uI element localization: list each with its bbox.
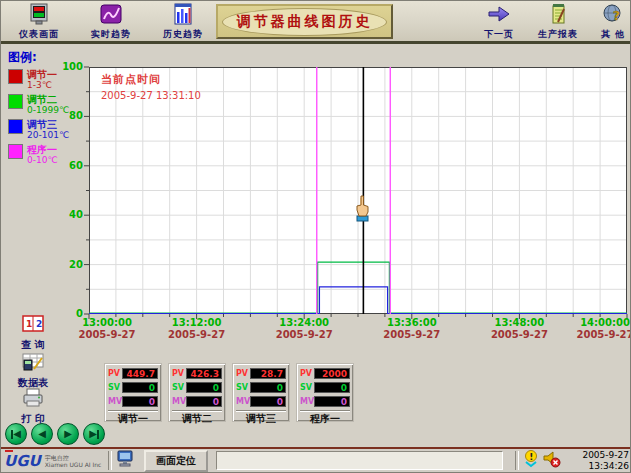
tool-query[interactable]: 12 查 询 (7, 315, 59, 352)
status-time: 13:34:26 (565, 461, 629, 472)
svg-text:1: 1 (26, 319, 32, 329)
computer-icon (116, 450, 136, 472)
panel-program-1: PV2000 SV0 MV0 程序一 (296, 363, 354, 422)
panel-title: 程序一 (300, 410, 350, 425)
pv-label: PV (300, 369, 314, 378)
mv-value: 0 (250, 396, 286, 407)
toolbar-item-next-page[interactable]: 下一页 (469, 3, 529, 41)
query-icon: 12 (22, 318, 44, 337)
pv-label: PV (108, 369, 122, 378)
panel-title: 调节二 (172, 410, 222, 425)
printer-icon (21, 392, 45, 411)
x-axis-time-label: 14:00:00 (569, 317, 631, 328)
legend-swatch (8, 144, 23, 159)
screen-locate-button[interactable]: 画面定位 (144, 450, 208, 472)
sv-value: 0 (250, 382, 286, 393)
x-axis-date-label: 2005-9-27 (483, 329, 555, 340)
sv-label: SV (172, 383, 186, 392)
svg-text:?: ? (613, 9, 620, 23)
x-axis-date-label: 2005-9-27 (376, 329, 448, 340)
hmi-window: 仪表画面 实时趋势 历史趋势 流程图 调节器曲线图历史 (0, 0, 631, 473)
x-axis-date-label: 2005-9-27 (71, 329, 143, 340)
legend-range: 1-3℃ (27, 80, 52, 90)
page-title-plaque: 调节器曲线图历史 (216, 4, 393, 39)
svg-text:!: ! (529, 451, 533, 461)
page-title-oval: 调节器曲线图历史 (222, 8, 387, 36)
report-notepad-icon (546, 3, 570, 26)
sv-label: SV (236, 383, 250, 392)
legend-item: 调节一 1-3℃ (8, 68, 88, 92)
mv-value: 0 (186, 396, 222, 407)
toolbar-item-label: 下一页 (469, 29, 529, 39)
legend-swatch (8, 119, 23, 134)
status-icons: ! (523, 450, 561, 472)
separator (108, 451, 112, 470)
legend-item: 调节二 0-1999℃ (8, 93, 88, 117)
mv-label: MV (300, 397, 314, 406)
status-date: 2005-9-27 (565, 450, 629, 461)
mv-label: MV (236, 397, 250, 406)
last-bar-icon (97, 430, 99, 439)
value-panels: PV449.7 SV0 MV0 调节一 PV426.3 SV0 MV0 调节二 … (104, 363, 354, 422)
legend-range: 0-1999℃ (27, 105, 69, 115)
legend-title: 图例: (8, 49, 37, 66)
alarm-ack-icon[interactable]: ! (523, 450, 539, 472)
legend-item: 程序一 0-10℃ (8, 143, 88, 167)
instrument-icon (27, 3, 51, 26)
forward-icon: ▶ (64, 429, 72, 439)
legend-range: 20-101℃ (27, 130, 69, 140)
ugu-logo: UGU (4, 452, 41, 470)
company-text: 宇电自控 Xiamen UGU AI Inc (45, 454, 102, 468)
pv-value: 426.3 (186, 368, 222, 379)
legend-range: 0-10℃ (27, 155, 58, 165)
trend-chart-plot[interactable] (89, 67, 627, 314)
tool-label: 查 询 (7, 338, 59, 352)
toolbar-item-realtime-trend[interactable]: 实时趋势 (81, 3, 141, 41)
toolbar-item-label: 其 他 (583, 29, 631, 39)
page-title: 调节器曲线图历史 (237, 13, 373, 31)
nav-last-button[interactable]: ▶ (83, 423, 105, 445)
history-nav-buttons: ◀ ◀ ▶ ▶ (5, 423, 105, 445)
cursor-hand-icon[interactable] (353, 195, 373, 225)
x-axis-date-label: 2005-9-27 (268, 329, 340, 340)
panel-regulator-3: PV28.7 SV0 MV0 调节三 (232, 363, 290, 422)
toolbar-item-instrument-screen[interactable]: 仪表画面 (9, 3, 69, 41)
nav-first-button[interactable]: ◀ (5, 423, 27, 445)
sv-label: SV (300, 383, 314, 392)
svg-text:2: 2 (36, 319, 42, 329)
toolbar-item-history-trend[interactable]: 历史趋势 (153, 3, 213, 41)
annotation-timestamp: 2005-9-27 13:31:10 (101, 90, 201, 101)
x-axis-date-label: 2005-9-27 (569, 329, 631, 340)
x-axis-time-label: 13:00:00 (71, 317, 143, 328)
annotation-caption: 当前点时间 (101, 72, 201, 87)
sv-label: SV (108, 383, 122, 392)
sound-mute-icon[interactable] (543, 450, 561, 472)
pv-label: PV (236, 369, 250, 378)
tool-print[interactable]: 打 印 (7, 388, 59, 426)
panel-regulator-1: PV449.7 SV0 MV0 调节一 (104, 363, 162, 422)
next-page-arrow-icon (487, 3, 511, 26)
toolbar-item-label: 仪表画面 (9, 29, 69, 39)
tool-datasheet[interactable]: 数据表 (7, 352, 59, 390)
x-axis-date-label: 2005-9-27 (161, 329, 233, 340)
toolbar-item-other[interactable]: ? 其 他 (583, 3, 631, 41)
pv-value: 449.7 (122, 368, 158, 379)
company-cn: 宇电自控 (45, 454, 69, 461)
separator (515, 451, 519, 470)
history-trend-icon (171, 3, 195, 26)
panel-regulator-2: PV426.3 SV0 MV0 调节二 (168, 363, 226, 422)
top-toolbar: 仪表画面 实时趋势 历史趋势 流程图 调节器曲线图历史 (1, 1, 631, 44)
legend-item: 调节三 20-101℃ (8, 118, 88, 142)
toolbar-item-label: 历史趋势 (153, 29, 213, 39)
back-icon: ◀ (38, 429, 46, 439)
realtime-trend-icon (99, 3, 123, 26)
legend-swatch (8, 94, 23, 109)
clock: 2005-9-27 13:34:26 (565, 450, 629, 472)
mv-label: MV (108, 397, 122, 406)
mv-value: 0 (314, 396, 350, 407)
message-strip (216, 451, 503, 470)
globe-other-icon: ? (601, 3, 625, 26)
nav-next-button[interactable]: ▶ (57, 423, 79, 445)
toolbar-item-production-report[interactable]: 生产报表 (528, 3, 588, 41)
nav-prev-button[interactable]: ◀ (31, 423, 53, 445)
